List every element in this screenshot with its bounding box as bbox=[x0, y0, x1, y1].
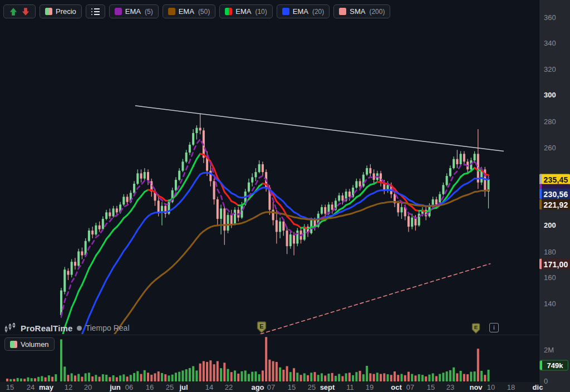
indicator-period: (50) bbox=[198, 8, 210, 16]
time-tick: sept bbox=[320, 383, 335, 391]
indicator-color-swatch-icon bbox=[225, 8, 232, 15]
indicator-label: EMA bbox=[293, 7, 308, 16]
volumen-button[interactable]: Volumen bbox=[4, 337, 55, 351]
price-tick: 300 bbox=[544, 91, 556, 99]
time-tick: jul bbox=[179, 383, 188, 391]
earnings-event-badge[interactable]: E bbox=[257, 321, 267, 336]
precio-button[interactable]: Precio bbox=[40, 4, 82, 18]
sma200-price-label: 171,00 bbox=[539, 259, 570, 270]
indicator-period: (5) bbox=[145, 8, 153, 16]
time-tick: 06 bbox=[125, 383, 133, 391]
price-up-down-button[interactable] bbox=[3, 4, 36, 18]
time-tick: may bbox=[39, 383, 53, 391]
pane-divider[interactable] bbox=[0, 335, 539, 335]
time-tick: 24 bbox=[27, 383, 35, 391]
time-tick: 07 bbox=[267, 383, 275, 391]
indicator-toolbar: Precio EMA(5)EMA(50)EMA(10)EMA(20)SMA(20… bbox=[3, 4, 390, 18]
precio-button-label: Precio bbox=[56, 7, 76, 16]
indicator-label: EMA bbox=[125, 7, 141, 16]
ema-5-button[interactable]: EMA(5) bbox=[109, 4, 159, 18]
price-label-value: 171,00 bbox=[542, 259, 570, 268]
price-tick: 160 bbox=[544, 273, 556, 282]
ema-50-button[interactable]: EMA(50) bbox=[163, 4, 216, 18]
time-tick: 12 bbox=[65, 383, 72, 391]
ema20-price-label: 230,56 bbox=[539, 189, 570, 199]
time-tick: 25 bbox=[166, 383, 174, 391]
time-tick: 16 bbox=[146, 383, 154, 391]
time-tick: ago bbox=[251, 383, 264, 391]
price-tick: 360 bbox=[544, 13, 556, 22]
feed-status-text: Tiempo Real bbox=[86, 324, 130, 332]
time-tick: 10 bbox=[487, 383, 495, 391]
time-tick: 20 bbox=[84, 383, 92, 391]
trading-app-window: Precio EMA(5)EMA(50)EMA(10)EMA(20)SMA(20… bbox=[0, 0, 570, 392]
time-tick: jun bbox=[110, 383, 121, 391]
moving-average-lines bbox=[61, 139, 490, 392]
feed-status-dot-icon bbox=[77, 326, 82, 331]
price-tick: 200 bbox=[544, 221, 556, 229]
indicator-buttons-group: EMA(5)EMA(50)EMA(10)EMA(20)SMA(200) bbox=[109, 4, 391, 18]
indicator-period: (200) bbox=[369, 8, 385, 16]
prorealtime-logo-text[interactable]: ProRealTime bbox=[21, 324, 73, 333]
time-tick: 19 bbox=[366, 383, 374, 391]
platform-brand: ProRealTime Tiempo Real bbox=[4, 322, 130, 334]
list-icon bbox=[91, 8, 100, 15]
time-axis[interactable]: 1524may1220jun061625jul1422ago071525sept… bbox=[0, 382, 539, 392]
indicator-list-button[interactable] bbox=[86, 4, 105, 18]
descending-trendline[interactable] bbox=[135, 106, 504, 151]
svg-text:E: E bbox=[474, 324, 478, 330]
price-tick: 340 bbox=[544, 39, 556, 47]
price-tick: 280 bbox=[544, 117, 556, 126]
time-tick: dic bbox=[533, 383, 543, 391]
sma-200-button[interactable]: SMA(200) bbox=[333, 4, 390, 18]
indicator-color-swatch-icon bbox=[282, 8, 289, 15]
time-tick: nov bbox=[469, 383, 482, 391]
candlesticks bbox=[60, 114, 490, 318]
time-tick: 23 bbox=[446, 383, 454, 391]
price-label-value: 235,45 bbox=[542, 175, 570, 184]
volumen-button-wrap: Volumen bbox=[4, 337, 55, 351]
arrow-up-icon bbox=[9, 7, 18, 16]
svg-text:E: E bbox=[259, 323, 263, 330]
mini-candles-icon bbox=[4, 322, 17, 334]
time-tick: 15 bbox=[427, 383, 435, 391]
last-volume-label: 749k bbox=[539, 360, 568, 371]
price-label-value: 221,92 bbox=[542, 200, 570, 209]
price-tick: 260 bbox=[544, 144, 556, 152]
price-tick: 180 bbox=[544, 248, 556, 256]
volume-tick: 0 bbox=[544, 377, 548, 385]
ema50-price-label: 221,92 bbox=[539, 199, 570, 210]
volumen-button-label: Volumen bbox=[21, 340, 49, 349]
time-tick: 15 bbox=[6, 383, 14, 391]
volume-tick: 2M bbox=[544, 346, 554, 354]
time-tick: 07 bbox=[406, 383, 414, 391]
last-price-label: 235,45 bbox=[539, 174, 570, 185]
indicator-period: (10) bbox=[255, 8, 267, 16]
indicator-color-swatch-icon bbox=[115, 8, 122, 15]
ema-10-button[interactable]: EMA(10) bbox=[219, 4, 273, 18]
time-tick: oct bbox=[391, 383, 402, 391]
indicator-label: SMA bbox=[350, 7, 365, 16]
time-tick: 15 bbox=[288, 383, 296, 391]
volume-label-value: 749k bbox=[542, 361, 568, 370]
time-tick: 25 bbox=[308, 383, 316, 391]
arrow-down-icon bbox=[21, 7, 30, 16]
time-tick: 22 bbox=[225, 383, 233, 391]
indicator-period: (20) bbox=[312, 8, 324, 16]
time-tick: 14 bbox=[205, 383, 213, 391]
ema-20-button[interactable]: EMA(20) bbox=[277, 4, 330, 18]
indicator-color-swatch-icon bbox=[168, 8, 175, 15]
indicator-color-swatch-icon bbox=[339, 8, 346, 15]
time-tick: 18 bbox=[507, 383, 515, 391]
price-label-value: 230,56 bbox=[542, 189, 570, 198]
time-tick: 11 bbox=[346, 383, 354, 391]
price-tick: 320 bbox=[544, 65, 556, 74]
indicator-label: EMA bbox=[235, 7, 251, 16]
earnings-event-badge[interactable]: E bbox=[471, 323, 480, 336]
volume-style-swatch-icon bbox=[10, 341, 17, 348]
candle-style-swatch-icon bbox=[45, 8, 52, 15]
volume-bars bbox=[6, 337, 490, 381]
indicator-label: EMA bbox=[179, 7, 194, 16]
price-tick: 140 bbox=[544, 300, 556, 308]
info-icon[interactable]: i bbox=[489, 323, 499, 332]
